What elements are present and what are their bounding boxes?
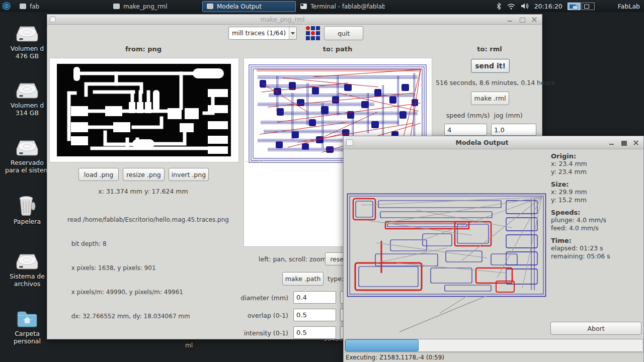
window-icon [207, 4, 213, 9]
drive-icon [16, 138, 39, 157]
milling-progress-plot [346, 193, 547, 336]
type-label: type: [328, 275, 344, 283]
maximize-icon[interactable] [620, 140, 627, 146]
host-label: FabLab [618, 3, 640, 10]
desktop-icon-volume-476[interactable]: Volumen d 476 GB [5, 24, 49, 60]
overlap-input[interactable] [293, 309, 336, 321]
resize-png-label: resize .png [126, 171, 161, 178]
taskbar-window-label: fab [30, 3, 39, 10]
taskbar-window-modela-output[interactable]: Modela Output [202, 1, 296, 12]
quit-button[interactable]: quit [324, 26, 363, 40]
drive-icon [16, 24, 39, 43]
progress-bar [345, 339, 643, 352]
desktop-screen: fab make_png_rml Modela Output Terminal … [0, 0, 644, 362]
icon-label-line: Volumen d [5, 102, 49, 109]
taskbar-window-make-png-rml[interactable]: make_png_rml [109, 1, 202, 12]
resize-png-button[interactable]: resize .png [123, 168, 165, 181]
abort-label: Abort [587, 325, 604, 332]
process-select[interactable]: mill traces (1/64) [228, 27, 297, 40]
desktop-icon-volume-314[interactable]: Volumen d 314 GB [5, 81, 49, 117]
cursor-coordinates: x: 31.374 mm y: 17.624 mm [47, 188, 239, 195]
send-it-label: send it! [475, 62, 506, 70]
clock[interactable]: 20:16:20 [534, 3, 562, 10]
pan-zoom-hint: left: pan, scroll: zoom [259, 255, 327, 263]
icon-label-line: Papelera [5, 218, 49, 225]
make-rml-button[interactable]: make .rml [471, 92, 509, 105]
taskbar-window-fab[interactable]: fab [15, 1, 109, 12]
icon-label-line: 476 GB [5, 52, 49, 60]
window-icon [50, 17, 56, 22]
size-header: Size: [551, 180, 642, 188]
desktop-icon-home[interactable]: Carpeta personal [5, 309, 49, 345]
workspace-switcher[interactable] [568, 3, 595, 10]
close-icon[interactable] [531, 17, 538, 23]
png-info-line: bit depth: 8 [67, 240, 229, 248]
folder-icon [16, 309, 39, 328]
diameter-label: diameter (mm) [213, 294, 288, 302]
taskbar-window-label: make_png_rml [123, 3, 168, 10]
desktop-icon-reservado[interactable]: Reservado para el sistem [5, 138, 49, 174]
volume-icon[interactable] [521, 3, 529, 10]
pcb-png-image [57, 64, 231, 156]
invert-png-button[interactable]: invert .png [169, 168, 209, 181]
close-icon[interactable] [632, 140, 639, 146]
png-info-block: read /home/fablab/Escritorio/hello.mag.4… [67, 200, 229, 336]
dropdown-arrow-icon[interactable] [289, 27, 296, 39]
intensity-input[interactable] [293, 326, 336, 339]
make-path-button[interactable]: make .path [282, 272, 324, 286]
send-it-button[interactable]: send it! [471, 59, 510, 73]
abort-button[interactable]: Abort [550, 322, 641, 335]
progress-fill [345, 339, 419, 351]
icon-label-line: 314 GB [5, 109, 49, 117]
size-y: y: 15.2 mm [551, 196, 642, 204]
minimize-icon[interactable] [507, 17, 514, 23]
window-title: make_png_rml [58, 16, 507, 23]
icon-label-line: personal [5, 337, 49, 345]
window-icon [20, 4, 26, 9]
time-header: Time: [551, 237, 642, 244]
job-info-panel: Origin: x: 23.4 mm y: 23.4 mm Size: x: 2… [551, 152, 642, 265]
window-icon [113, 4, 120, 9]
make-rml-label: make .rml [474, 95, 506, 102]
workspace-1[interactable] [568, 3, 581, 10]
desktop-label-fragment: ml [185, 342, 193, 349]
diameter-input[interactable] [293, 291, 336, 304]
speed-input[interactable] [444, 124, 487, 136]
feed-speed: feed: 4.0 mm/s [551, 224, 642, 232]
bluetooth-icon[interactable] [496, 3, 502, 10]
trash-icon [18, 195, 37, 216]
jog-input[interactable] [491, 124, 536, 136]
png-info-line: dx: 32.766552 mm, dy: 18.034067 mm [67, 312, 229, 320]
titlebar[interactable]: Modela Output [344, 136, 643, 149]
taskbar: fab make_png_rml Modela Output Terminal … [0, 0, 644, 12]
intensity-label: intensity (0-1) [213, 329, 288, 337]
icon-label-line: Sistema de [5, 273, 49, 280]
png-info-line: read /home/fablab/Escritorio/hello.mag.4… [67, 216, 229, 224]
app-logo-icon[interactable] [2, 2, 11, 11]
maximize-icon[interactable] [519, 17, 526, 23]
origin-y: y: 23.4 mm [551, 168, 642, 176]
overlap-label: overlap (0-1) [213, 312, 288, 319]
titlebar[interactable]: make_png_rml [47, 15, 542, 25]
status-bar: Executing: Z1583,1178,-4 (0:59) [344, 352, 643, 362]
load-png-label: load .png [84, 171, 113, 178]
png-info-line: x pixels/m: 49990, y pixels/m: 49961 [67, 288, 229, 296]
plunge-speed: plunge: 4.0 mm/s [551, 216, 642, 224]
icon-label-line: Carpeta [5, 330, 49, 337]
taskbar-window-terminal[interactable]: Terminal - fablab@fablab-... [296, 1, 389, 12]
load-png-button[interactable]: load .png [78, 168, 119, 181]
rml-time-estimate: 516 seconds, 8.6 minutes, 0.14 hours [436, 79, 543, 86]
size-x: x: 29.9 mm [551, 188, 642, 196]
desktop-icon-trash[interactable]: Papelera [5, 195, 49, 225]
minimize-icon[interactable] [608, 140, 615, 146]
from-png-header: from: png [103, 45, 184, 53]
process-select-value: mill traces (1/64) [229, 27, 289, 39]
desktop-icon-filesystem[interactable]: Sistema de archivos [5, 252, 49, 288]
workspace-2[interactable] [582, 3, 595, 10]
invert-png-label: invert .png [172, 171, 206, 178]
png-image-panel[interactable] [49, 58, 239, 162]
make-path-label: make .path [285, 275, 321, 283]
icon-label-line: para el sistem [5, 166, 49, 174]
wifi-icon[interactable] [507, 3, 516, 10]
taskbar-window-label: Modela Output [217, 3, 262, 10]
